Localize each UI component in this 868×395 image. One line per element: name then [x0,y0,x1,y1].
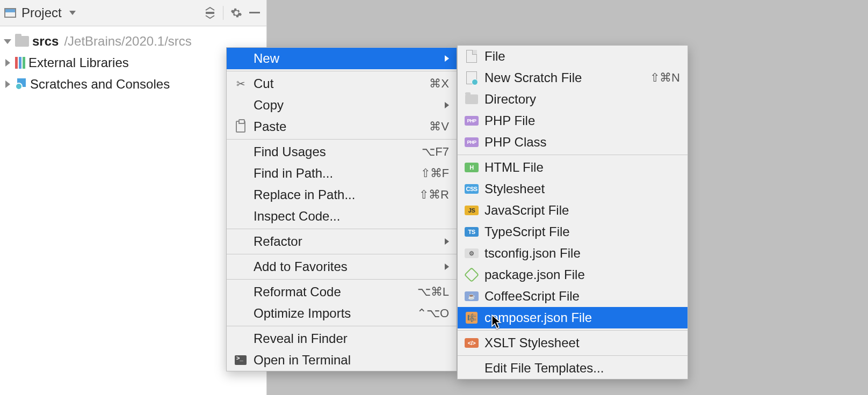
shortcut: ⌥⌘L [417,285,449,299]
menu-label: PHP File [484,113,680,128]
menu-separator [227,139,457,140]
php-icon: PHP [464,137,479,147]
menu-separator [227,279,457,280]
menu-label: PHP Class [484,135,680,150]
composer-icon: 🎼 [464,312,479,324]
submenu-php-class[interactable]: PHP PHP Class [458,131,688,153]
submenu-directory[interactable]: Directory [458,89,688,110]
shortcut: ⌃⌥O [417,306,449,320]
menu-label: JavaScript File [484,203,680,218]
submenu-package-json[interactable]: package.json File [458,264,688,286]
nodejs-icon [464,269,479,280]
menu-label: Paste [254,119,424,134]
menu-inspect-code[interactable]: Inspect Code... [227,206,457,227]
svg-rect-0 [249,12,260,13]
menu-separator [227,326,457,326]
menu-separator [227,254,457,254]
menu-label: Cut [254,76,424,91]
project-dropdown[interactable]: Project [21,5,62,20]
menu-separator [227,229,457,229]
libraries-icon [15,57,25,69]
menu-label: Refactor [254,234,439,249]
menu-label: composer.json File [484,310,680,325]
submenu-composer-json[interactable]: 🎼 composer.json File [458,307,688,328]
collapse-all-button[interactable] [202,5,218,20]
menu-separator [227,71,457,71]
submenu-xslt[interactable]: </> XSLT Stylesheet [458,332,688,354]
menu-label: Reformat Code [254,284,412,299]
submenu-arrow-icon [445,55,449,62]
submenu-scratch-file[interactable]: New Scratch File ⇧⌘N [458,67,688,89]
file-icon [464,50,479,63]
menu-replace-in-path[interactable]: Replace in Path... ⇧⌘R [227,184,457,206]
menu-optimize-imports[interactable]: Optimize Imports ⌃⌥O [227,303,457,324]
new-submenu: File New Scratch File ⇧⌘N Directory PHP … [457,45,688,379]
terminal-icon [233,355,248,365]
menu-open-terminal[interactable]: Open in Terminal [227,349,457,371]
menu-refactor[interactable]: Refactor [227,231,457,252]
menu-new[interactable]: New [227,48,457,69]
menu-find-in-path[interactable]: Find in Path... ⇧⌘F [227,163,457,184]
submenu-file[interactable]: File [458,46,688,67]
tsconfig-icon: ⚙ [464,248,479,258]
menu-label: Add to Favorites [254,259,439,274]
folder-icon [15,36,29,47]
menu-copy[interactable]: Copy [227,94,457,116]
menu-label: XSLT Stylesheet [484,335,680,350]
menu-label: Optimize Imports [254,306,411,321]
menu-cut[interactable]: ✂ Cut ⌘X [227,73,457,94]
menu-find-usages[interactable]: Find Usages ⌥F7 [227,141,457,163]
settings-button[interactable] [229,5,244,20]
menu-label: CoffeeScript File [484,289,680,304]
menu-separator [458,155,688,155]
expander-icon[interactable] [3,59,12,67]
php-icon: PHP [464,116,479,126]
menu-label: Find in Path... [254,166,415,181]
submenu-stylesheet[interactable]: CSS Stylesheet [458,178,688,200]
scratches-icon [15,78,27,90]
submenu-arrow-icon [445,102,449,108]
submenu-edit-templates[interactable]: Edit File Templates... [458,357,688,379]
shortcut: ⌘V [429,120,449,134]
shortcut: ⇧⌘R [419,188,449,202]
chevron-down-icon[interactable] [69,11,76,15]
project-panel-header: Project [0,0,266,26]
css-icon: CSS [464,184,479,194]
submenu-javascript-file[interactable]: JS JavaScript File [458,200,688,221]
submenu-html-file[interactable]: H HTML File [458,157,688,178]
menu-paste[interactable]: Paste ⌘V [227,116,457,137]
menu-label: Reveal in Finder [254,331,449,346]
xslt-icon: </> [464,338,479,348]
expander-icon[interactable] [3,81,12,88]
divider [223,6,223,20]
js-icon: JS [464,206,479,215]
submenu-typescript-file[interactable]: TS TypeScript File [458,221,688,243]
menu-label: Find Usages [254,144,416,159]
root-name: srcs [32,34,59,49]
menu-label: Open in Terminal [254,353,449,368]
tree-label: Scratches and Consoles [30,77,170,92]
menu-separator [458,355,688,356]
shortcut: ⇧⌘F [421,166,449,180]
shortcut: ⌥F7 [422,145,449,159]
shortcut: ⌘X [429,77,449,91]
hide-button[interactable] [247,5,262,20]
menu-label: Copy [254,98,439,113]
submenu-php-file[interactable]: PHP PHP File [458,110,688,131]
menu-label: package.json File [484,267,680,282]
menu-label: Inspect Code... [254,209,449,224]
submenu-tsconfig[interactable]: ⚙ tsconfig.json File [458,243,688,264]
coffeescript-icon: ☕ [464,291,479,301]
submenu-arrow-icon [445,264,449,270]
menu-label: Stylesheet [484,181,680,196]
menu-reveal-finder[interactable]: Reveal in Finder [227,328,457,349]
menu-add-favorites[interactable]: Add to Favorites [227,256,457,277]
ts-icon: TS [464,227,479,237]
submenu-coffeescript[interactable]: ☕ CoffeeScript File [458,286,688,307]
shortcut: ⇧⌘N [650,71,680,85]
tree-label: External Libraries [28,55,129,70]
expander-icon[interactable] [3,39,12,44]
menu-label: New [254,51,439,66]
clipboard-icon [233,121,248,133]
menu-reformat-code[interactable]: Reformat Code ⌥⌘L [227,281,457,303]
